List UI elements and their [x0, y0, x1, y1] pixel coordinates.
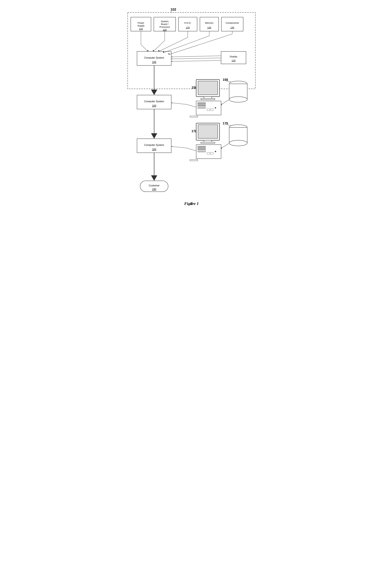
components-number: 135 — [230, 26, 234, 29]
tower-1-port2 — [211, 109, 213, 111]
tower-1-bay2 — [198, 105, 206, 106]
top-cs-number: 100 — [152, 61, 156, 63]
cs2-to-cs3-arrowhead — [151, 133, 157, 139]
monitor-2-screen — [198, 125, 218, 138]
tower-1-button — [215, 107, 216, 108]
memory-label: Memory — [205, 21, 214, 24]
disp-arrow2 — [172, 58, 221, 59]
components-label: Components — [226, 21, 239, 24]
db-175-bottom — [229, 140, 247, 146]
sb-label2: Board / — [161, 23, 169, 25]
sb-label1: System — [161, 20, 169, 22]
cs1-to-cs2-arrowhead — [151, 90, 157, 95]
memory-box — [200, 17, 219, 31]
monitor-2-base — [204, 140, 212, 142]
power-supply-number: 115 — [139, 27, 143, 30]
power-supply-label2: Supply — [137, 24, 144, 27]
sb-arrow-line2 — [153, 41, 165, 51]
db155-to-tower — [221, 100, 229, 105]
customer-label: Customer — [149, 184, 160, 187]
tower-2-button — [215, 151, 216, 152]
sb-number: 120 — [163, 28, 167, 31]
power-supply-label: Power — [138, 21, 144, 24]
disp-arrowhead3 — [171, 61, 172, 62]
lower-cs-label: Computer System — [144, 144, 164, 146]
tower1-to-cs-conn2 — [172, 103, 187, 105]
keyboard-2 — [190, 160, 198, 161]
top-cs-label: Computer System — [144, 56, 164, 59]
db175-to-tower — [221, 143, 229, 148]
display-number: 135 — [231, 59, 235, 62]
components-box — [221, 17, 243, 31]
hdd-number: 125 — [186, 26, 190, 29]
customer-number: 190 — [152, 188, 156, 190]
figure-label-full: Figure 1 — [184, 201, 199, 206]
label-175: 175 — [223, 121, 228, 125]
disp-arrow3 — [172, 61, 221, 62]
hdd-label: H.D.D. — [184, 21, 191, 24]
sb-label3: Processor — [159, 25, 170, 28]
hdd-arrow-line2 — [159, 37, 188, 51]
tower2-to-cs-conn — [187, 148, 196, 151]
disp-arrowhead1 — [171, 56, 172, 57]
diagram-container: 102 Power Supply 115 System Board / Proc… — [125, 3, 258, 565]
mem-arrow-line2 — [163, 36, 209, 53]
memory-number: 130 — [207, 26, 211, 29]
tower-1-bay1 — [198, 103, 206, 104]
ps-arrow-line2 — [141, 44, 148, 51]
disp-arrow1 — [172, 56, 221, 57]
monitor-1-stand — [201, 99, 215, 100]
tower-2-bay3 — [198, 151, 206, 152]
monitor-2-stand — [201, 142, 215, 143]
cs3-to-cust-arrowhead — [151, 175, 157, 181]
label-155: 155 — [223, 78, 228, 81]
tower1-cs-arrowhead — [171, 102, 172, 103]
tower-2-port1 — [207, 152, 210, 154]
db-155-bottom — [229, 97, 247, 102]
keyboard-1 — [190, 116, 198, 117]
tower-1-bay3 — [198, 107, 206, 108]
tower-1-port1 — [207, 109, 210, 111]
middle-cs-number: 100 — [152, 105, 156, 107]
middle-cs-label: Computer System — [144, 100, 164, 103]
diagram-svg: 102 Power Supply 115 System Board / Proc… — [125, 3, 258, 564]
display-label: Display — [230, 55, 237, 58]
tower1-to-cs-conn — [187, 105, 196, 107]
label-102: 102 — [171, 7, 176, 11]
lower-cs-number: 100 — [152, 148, 156, 151]
monitor-1-base — [204, 97, 212, 99]
tower-2-port2 — [211, 152, 213, 154]
tower2-to-cs-conn2 — [172, 147, 187, 148]
disp-arrowhead2 — [171, 59, 172, 59]
hdd-box — [178, 17, 197, 31]
monitor-1-screen — [198, 81, 218, 95]
tower2-cs-arrowhead — [171, 146, 172, 147]
tower-2-bay1 — [198, 146, 206, 148]
tower-2-bay2 — [198, 148, 206, 150]
